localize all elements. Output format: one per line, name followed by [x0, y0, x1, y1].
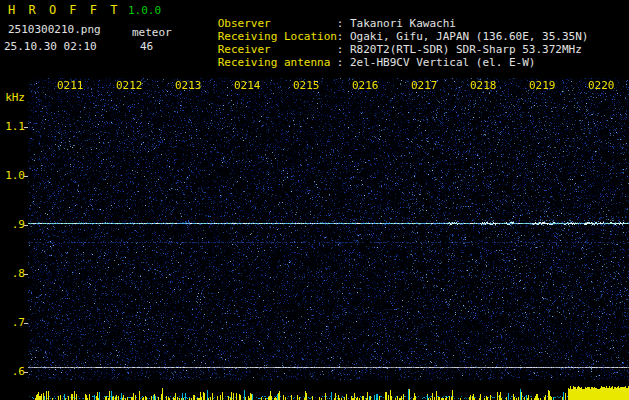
- info-label: Receiving antenna: [218, 56, 337, 69]
- app-title: H R O F F T: [8, 4, 120, 16]
- station-info: Observer: Takanori Kawachi Receiving Loc…: [178, 4, 588, 56]
- axis-tick: [24, 372, 28, 373]
- info-row-observer: Observer: Takanori Kawachi: [178, 4, 588, 17]
- axis-tick: [24, 225, 28, 226]
- axis-tick: [24, 274, 28, 275]
- info-value: : R820T2(RTL-SDR) SDR-Sharp 53.372MHz: [337, 43, 582, 56]
- time-axis-label: 0213: [175, 80, 202, 91]
- time-axis-label: 0212: [116, 80, 143, 91]
- freq-tick-label: .7: [0, 317, 25, 328]
- info-label: Observer: [218, 17, 337, 30]
- output-filename: 2510300210.png: [8, 24, 101, 35]
- info-value: : Takanori Kawachi: [337, 17, 456, 30]
- echo-count: 46: [140, 41, 153, 52]
- time-axis-label: 0217: [411, 80, 438, 91]
- info-value: : Ogaki, Gifu, JAPAN (136.60E, 35.35N): [337, 30, 589, 43]
- freq-tick-label: 1.0: [0, 170, 25, 181]
- time-axis-label: 0218: [470, 80, 497, 91]
- freq-tick-label: .6: [0, 366, 25, 377]
- time-axis-label: 0219: [529, 80, 556, 91]
- info-label: Receiving Location: [218, 30, 337, 43]
- app-version: 1.0.0: [128, 5, 161, 16]
- axis-tick: [24, 323, 28, 324]
- axis-tick: [24, 127, 28, 128]
- observation-mode: meteor: [132, 27, 172, 38]
- hrofft-screen: H R O F F T 1.0.0 2510300210.png meteor …: [0, 0, 629, 400]
- info-label: Receiver: [218, 43, 337, 56]
- observation-timestamp: 25.10.30 02:10: [4, 41, 97, 52]
- freq-tick-label: .8: [0, 268, 25, 279]
- axis-tick: [24, 176, 28, 177]
- info-value: : 2el-HB9CV Vertical (el. E-W): [337, 56, 536, 69]
- time-axis-label: 0216: [352, 80, 379, 91]
- freq-tick-label: .9: [0, 219, 25, 230]
- freq-unit-label: kHz: [0, 92, 25, 103]
- time-axis-label: 0211: [57, 80, 84, 91]
- time-axis-label: 0215: [293, 80, 320, 91]
- time-axis-label: 0214: [234, 80, 261, 91]
- freq-tick-label: 1.1: [0, 121, 25, 132]
- spectrogram-canvas: [28, 78, 629, 400]
- time-axis-label: 0220: [588, 80, 615, 91]
